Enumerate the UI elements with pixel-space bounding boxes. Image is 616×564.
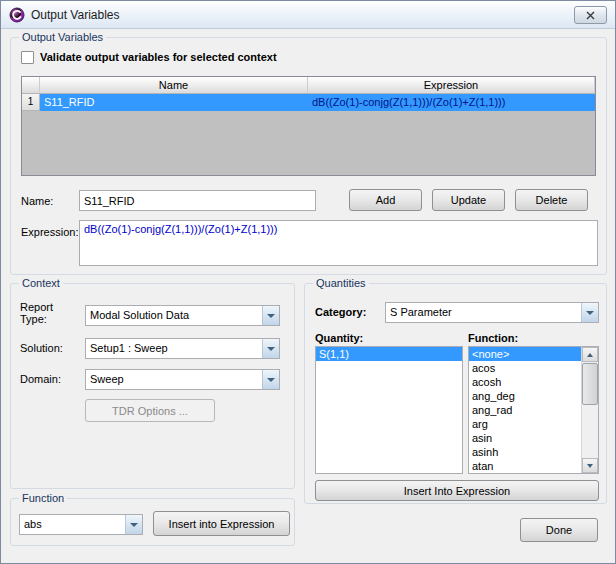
function-list-item[interactable]: <none> — [469, 347, 581, 361]
variables-table-header: Name Expression — [22, 77, 595, 94]
function-list-item[interactable]: atan — [469, 459, 581, 473]
function-list[interactable]: <none> acos acosh ang_deg ang_rad arg as… — [468, 346, 599, 474]
function-group: Function abs Insert into Expression — [10, 498, 295, 546]
close-button[interactable] — [574, 6, 607, 24]
insert-into-expression-button[interactable]: Insert Into Expression — [315, 480, 599, 501]
solution-value: Setup1 : Sweep — [90, 342, 259, 354]
output-variables-group: Output Variables Validate output variabl… — [10, 37, 607, 275]
quantity-list-item[interactable]: S(1,1) — [316, 347, 462, 361]
done-button[interactable]: Done — [520, 518, 598, 542]
table-row[interactable]: 1 S11_RFID dB((Zo(1)-conjg(Z(1,1)))/(Zo(… — [22, 94, 595, 111]
domain-label: Domain: — [20, 373, 61, 385]
function-list-item[interactable]: acosh — [469, 375, 581, 389]
function-list-item[interactable]: asin — [469, 431, 581, 445]
dropdown-arrow-icon[interactable] — [581, 303, 598, 322]
output-variables-dialog: Output Variables Output Variables Valida… — [0, 0, 616, 564]
domain-value: Sweep — [90, 373, 259, 385]
report-type-dropdown[interactable]: Modal Solution Data — [85, 305, 280, 326]
quantity-list[interactable]: S(1,1) — [315, 346, 463, 474]
expression-label: Expression: — [21, 226, 78, 238]
close-icon — [586, 11, 595, 20]
update-button[interactable]: Update — [432, 189, 505, 211]
report-type-value: Modal Solution Data — [90, 309, 259, 321]
app-logo-icon — [9, 7, 25, 23]
scrollbar-thumb[interactable] — [582, 363, 598, 405]
quantities-group-title: Quantities — [313, 277, 369, 289]
scroll-up-icon[interactable] — [582, 347, 598, 362]
variables-table: Name Expression 1 S11_RFID dB((Zo(1)-con… — [21, 76, 596, 176]
function-list-item[interactable]: ang_deg — [469, 389, 581, 403]
function-list-item[interactable]: arg — [469, 417, 581, 431]
function-list-scrollbar[interactable] — [581, 347, 598, 473]
row-number-header[interactable] — [22, 77, 40, 94]
solution-label: Solution: — [20, 342, 63, 354]
function-list-items: <none> acos acosh ang_deg ang_rad arg as… — [469, 347, 581, 473]
report-type-label: Report Type: — [20, 301, 75, 325]
function-group-title: Function — [19, 492, 67, 504]
quantity-label: Quantity: — [315, 332, 363, 344]
category-dropdown[interactable]: S Parameter — [385, 302, 599, 323]
function-list-item[interactable]: acos — [469, 361, 581, 375]
output-variables-group-title: Output Variables — [19, 31, 106, 43]
name-label: Name: — [21, 195, 53, 207]
delete-button[interactable]: Delete — [515, 189, 588, 211]
expression-column-header[interactable]: Expression — [308, 77, 595, 94]
function-label: Function: — [468, 332, 518, 344]
name-input[interactable] — [79, 190, 316, 211]
function-value: abs — [24, 518, 122, 530]
add-button[interactable]: Add — [349, 189, 422, 211]
row-expression-cell[interactable]: dB((Zo(1)-conjg(Z(1,1)))/(Zo(1)+Z(1,1))) — [308, 94, 595, 111]
dropdown-arrow-icon[interactable] — [125, 515, 142, 534]
function-dropdown[interactable]: abs — [19, 514, 143, 535]
row-number-cell: 1 — [22, 94, 40, 111]
dropdown-arrow-icon[interactable] — [262, 339, 279, 358]
function-list-item[interactable]: asinh — [469, 445, 581, 459]
validate-context-checkbox[interactable] — [21, 51, 34, 64]
category-value: S Parameter — [390, 306, 578, 318]
name-column-header[interactable]: Name — [40, 77, 308, 94]
dropdown-arrow-icon[interactable] — [262, 370, 279, 389]
validate-context-checkbox-label[interactable]: Validate output variables for selected c… — [40, 51, 277, 63]
scroll-down-icon[interactable] — [582, 458, 598, 473]
solution-dropdown[interactable]: Setup1 : Sweep — [85, 338, 280, 359]
dropdown-arrow-icon[interactable] — [262, 306, 279, 325]
function-list-item[interactable]: ang_rad — [469, 403, 581, 417]
tdr-options-button: TDR Options ... — [85, 399, 215, 422]
expression-textarea[interactable]: dB((Zo(1)-conjg(Z(1,1)))/(Zo(1)+Z(1,1))) — [79, 220, 598, 266]
context-group: Context Report Type: Modal Solution Data… — [10, 283, 295, 489]
domain-dropdown[interactable]: Sweep — [85, 369, 280, 390]
context-group-title: Context — [19, 277, 63, 289]
row-name-cell[interactable]: S11_RFID — [40, 94, 308, 111]
insert-into-expression-button-2[interactable]: Insert into Expression — [153, 511, 290, 536]
window-title: Output Variables — [31, 8, 120, 22]
quantities-group: Quantities Category: S Parameter Quantit… — [304, 283, 607, 504]
title-bar[interactable]: Output Variables — [1, 1, 615, 29]
category-label: Category: — [315, 306, 366, 318]
